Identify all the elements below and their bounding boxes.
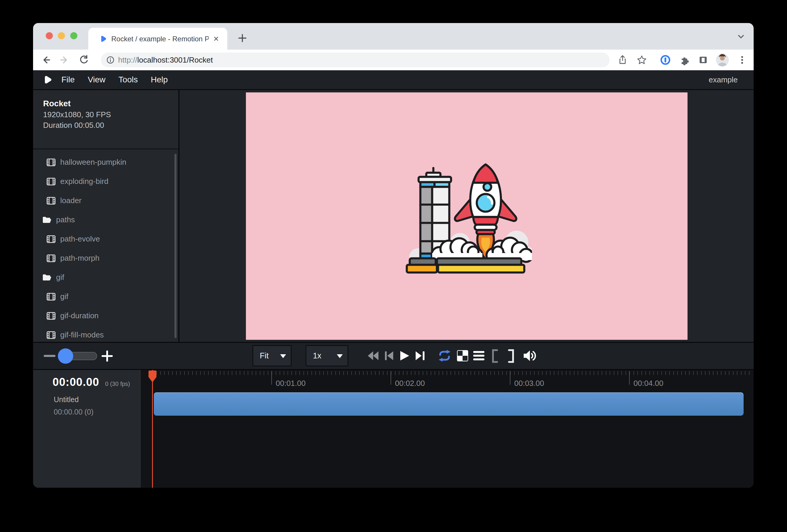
timeline-panel: 00:00.00 0 (30 fps) Untitled 00:00.00 (0… — [33, 370, 753, 488]
password-manager-extension-icon[interactable] — [660, 55, 671, 65]
sidebar-item-label: gif — [60, 292, 68, 301]
jump-to-end-button[interactable] — [415, 350, 427, 362]
close-window-button[interactable] — [46, 32, 53, 39]
menu-help[interactable]: Help — [151, 75, 168, 84]
app-menubar: File View Tools Help example — [33, 70, 753, 90]
sidebar-item-gif-duration[interactable]: gif-duration — [33, 306, 178, 325]
sidebar-item-exploding-bird[interactable]: exploding-bird — [33, 172, 178, 191]
film-icon — [47, 197, 56, 205]
playback-speed-value: 1x — [313, 346, 321, 365]
sidebar-item-halloween-pumpkin[interactable]: halloween-pumpkin — [33, 153, 178, 172]
site-info-icon[interactable] — [106, 56, 114, 64]
timeline-track-bar[interactable] — [154, 392, 744, 416]
preview-canvas[interactable] — [246, 92, 687, 340]
playback-speed-dropdown[interactable]: 1x — [305, 345, 348, 366]
ruler-label: 00:02.00 — [395, 379, 425, 388]
rich-timeline-icon[interactable] — [473, 351, 485, 361]
menu-tools[interactable]: Tools — [119, 75, 137, 84]
forward-button[interactable] — [59, 55, 70, 65]
minimize-window-button[interactable] — [58, 32, 65, 39]
film-icon — [47, 254, 56, 262]
in-point-bracket-icon[interactable] — [491, 349, 498, 363]
browser-menu-kebab-icon[interactable] — [737, 55, 747, 65]
canvas-size-dropdown[interactable]: Fit — [252, 345, 292, 366]
url-text[interactable]: http://localhost:3001/Rocket — [118, 52, 213, 67]
sidebar-item-label: exploding-bird — [60, 177, 108, 186]
canvas-size-value: Fit — [260, 346, 269, 365]
sidebar-composition-list: halloween-pumpkinexploding-birdloaderpat… — [33, 153, 178, 342]
sidebar-item-gif[interactable]: gif — [33, 268, 178, 287]
ruler-label: 00:01.00 — [276, 379, 305, 388]
sidebar-item-loader[interactable]: loader — [33, 191, 178, 210]
address-bar[interactable]: http://localhost:3001/Rocket — [101, 52, 610, 67]
sidebar-item-paths[interactable]: paths — [33, 210, 178, 229]
rocket-illustration — [402, 154, 532, 278]
ruler-second-tick — [271, 371, 272, 385]
sidebar-scrollbar[interactable] — [174, 154, 176, 338]
sidebar-item-gif-fill-modes[interactable]: gif-fill-modes — [33, 325, 178, 342]
sidebar-item-path-evolve[interactable]: path-evolve — [33, 229, 178, 249]
ruler-second-tick — [629, 371, 630, 385]
film-icon — [47, 331, 56, 339]
jump-to-start-button[interactable] — [366, 350, 379, 362]
sidebar-item-label: halloween-pumpkin — [60, 158, 126, 167]
film-icon — [47, 235, 56, 243]
sidebar-divider — [33, 149, 178, 149]
ruler-minor-ticks — [152, 371, 751, 375]
browser-tab[interactable]: Rocket / example - Remotion P ✕ — [88, 28, 227, 49]
sidebar-item-label: gif-fill-modes — [60, 331, 104, 340]
composition-resolution: 1920x1080, 30 FPS — [43, 110, 111, 119]
profile-avatar[interactable] — [716, 54, 729, 66]
ruler-label: 00:04.00 — [634, 379, 663, 388]
share-icon[interactable] — [617, 55, 628, 65]
bookmark-star-icon[interactable] — [636, 55, 647, 65]
transparency-checkerboard-icon[interactable] — [456, 349, 469, 362]
current-timecode: 00:00.00 — [52, 376, 99, 388]
out-point-bracket-icon[interactable] — [508, 349, 514, 363]
menu-file[interactable]: File — [61, 75, 75, 84]
timeline-zoom-out-button[interactable] — [44, 355, 56, 357]
sidebar-item-label: loader — [60, 196, 82, 205]
volume-icon[interactable] — [523, 349, 537, 362]
tab-title: Rocket / example - Remotion P — [111, 35, 209, 43]
avatar-image — [716, 54, 729, 66]
ruler-label: 00:03.00 — [514, 379, 544, 388]
current-frame-info: 0 (30 fps) — [105, 381, 130, 387]
back-button[interactable] — [41, 55, 51, 65]
side-panel-icon[interactable] — [698, 55, 708, 65]
timeline-ruler[interactable]: 00:01.0000:02.0000:03.0000:04.00 — [141, 370, 753, 388]
playback-controls-bar: Fit 1x — [33, 343, 753, 369]
timeline-zoom-slider-knob[interactable] — [58, 348, 73, 364]
tab-close-icon[interactable]: ✕ — [211, 34, 221, 44]
timeline-info-panel: 00:00.00 0 (30 fps) Untitled 00:00.00 (0… — [33, 370, 141, 488]
tab-strip: Rocket / example - Remotion P ✕ — [33, 23, 753, 49]
composition-title: Rocket — [43, 99, 70, 108]
new-tab-button[interactable] — [237, 33, 247, 43]
sidebar-item-label: gif — [56, 273, 64, 282]
reload-button[interactable] — [79, 55, 89, 65]
remotion-favicon-icon — [99, 35, 107, 43]
tab-search-chevron-icon[interactable] — [737, 33, 745, 41]
extensions-puzzle-icon[interactable] — [679, 55, 690, 65]
fullscreen-window-button[interactable] — [70, 32, 77, 39]
chevron-down-icon — [280, 354, 286, 358]
sidebar-item-label: path-evolve — [60, 234, 100, 243]
menu-view[interactable]: View — [88, 75, 105, 84]
previous-frame-button[interactable] — [384, 350, 394, 362]
chevron-down-icon — [337, 354, 343, 358]
timeline-zoom-in-button[interactable] — [101, 349, 114, 363]
play-button[interactable] — [399, 350, 410, 362]
composition-duration: Duration 00:05.00 — [43, 121, 104, 130]
track-name: Untitled — [54, 395, 79, 404]
loop-toggle-icon[interactable] — [438, 350, 452, 362]
compositions-sidebar: Rocket 1920x1080, 30 FPS Duration 00:05.… — [33, 90, 179, 342]
sidebar-item-label: paths — [56, 215, 75, 225]
browser-toolbar: http://localhost:3001/Rocket — [33, 49, 753, 70]
film-icon — [47, 312, 56, 320]
timeline-track-area[interactable]: 00:01.0000:02.0000:03.0000:04.00 — [141, 370, 753, 488]
url-host-path: localhost:3001/Rocket — [137, 56, 213, 64]
ruler-second-tick — [510, 371, 510, 385]
preview-area — [179, 90, 753, 342]
sidebar-item-path-morph[interactable]: path-morph — [33, 249, 178, 268]
sidebar-item-gif[interactable]: gif — [33, 287, 178, 306]
